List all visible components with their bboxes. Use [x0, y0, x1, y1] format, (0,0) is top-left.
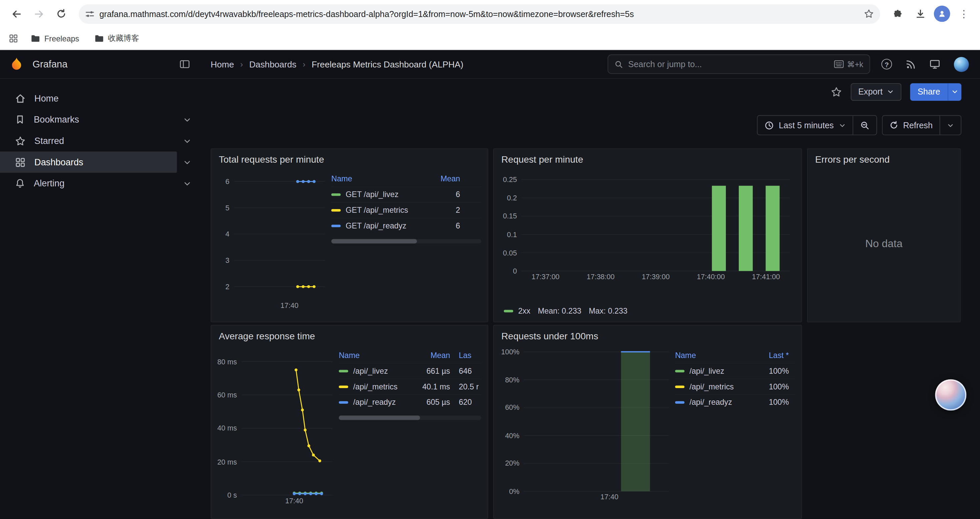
back-button[interactable]	[6, 4, 26, 24]
legend-header-name[interactable]: Name	[331, 175, 433, 184]
refresh-interval-chevron[interactable]	[940, 116, 961, 134]
sidebar-nav: Home Bookmarks	[0, 79, 199, 519]
legend-row: /api/_metrics 40.1 ms 20.5 r	[339, 379, 481, 394]
series-name[interactable]: 2xx	[519, 307, 530, 315]
legend-row: /api/_readyz 605 µs 620	[339, 394, 481, 410]
series-color-dash	[675, 370, 684, 372]
export-button[interactable]: Export	[851, 83, 901, 101]
scrollbar-thumb[interactable]	[331, 239, 417, 243]
series-name[interactable]: GET /api/_readyz	[345, 222, 432, 230]
legend-row: /api/_livez 661 µs 646	[339, 363, 481, 379]
sidebar-item-starred[interactable]: Starred	[0, 130, 199, 152]
refresh-button[interactable]: Refresh	[883, 116, 940, 134]
series-name[interactable]: /api/_readyz	[689, 398, 757, 407]
series-name[interactable]: GET /api/_metrics	[345, 206, 432, 215]
legend-header-mean[interactable]: Mean	[438, 175, 481, 184]
legend-header-last[interactable]: Las	[459, 351, 481, 360]
dashboard-actions: Export Share	[199, 79, 980, 105]
legend-header-last[interactable]: Last *	[762, 351, 795, 360]
reload-button[interactable]	[51, 4, 72, 24]
site-info-icon[interactable]	[85, 9, 94, 18]
breadcrumb-dashboards[interactable]: Dashboards	[249, 59, 296, 69]
url-text: grafana.mathmast.com/d/deytv4rwavabkb/fr…	[99, 9, 859, 18]
panel-errors-per-second: Errors per second No data	[807, 148, 961, 322]
series-name[interactable]: /api/_metrics	[353, 382, 406, 391]
grafana-logo-icon[interactable]	[9, 56, 24, 72]
search-shortcut: ⌘+k	[834, 59, 863, 69]
header-left: Grafana	[0, 56, 199, 72]
series-mean-value: 6	[438, 190, 481, 199]
chevron-down-icon[interactable]	[183, 137, 191, 145]
sidebar-item-home[interactable]: Home	[0, 88, 199, 109]
keyboard-icon	[834, 60, 844, 68]
chevron-down-icon[interactable]	[183, 158, 191, 166]
chevron-down-icon	[947, 122, 954, 129]
browser-menu-icon[interactable]: ⋮	[954, 4, 974, 24]
extensions-icon[interactable]	[888, 4, 908, 24]
grafana-body: Home Bookmarks	[0, 79, 980, 519]
legend-table: Name Mean GET /api/_livez 6	[331, 168, 481, 316]
legend-header-name[interactable]: Name	[675, 351, 757, 360]
time-range-picker[interactable]: Last 5 minutes	[757, 116, 852, 134]
sidebar-item-dashboards[interactable]: Dashboards	[0, 152, 199, 173]
legend-table: Name Mean Las /api/_livez 661 µs 646	[339, 345, 481, 513]
browser-toolbar: grafana.mathmast.com/d/deytv4rwavabkb/fr…	[0, 0, 980, 27]
series-mean-value: 661 µs	[411, 367, 450, 375]
legend-row: /api/_metrics 100%	[675, 379, 795, 394]
series-max-value: Max: 0.233	[589, 307, 627, 315]
user-avatar[interactable]	[954, 57, 969, 72]
favorite-star-icon[interactable]	[830, 86, 842, 97]
chevron-down-icon[interactable]	[183, 179, 191, 187]
x-axis-labels: 17:40	[234, 300, 325, 310]
legend-scrollbar[interactable]	[331, 239, 481, 243]
sidebar-item-bookmarks[interactable]: Bookmarks	[0, 109, 199, 130]
total-requests-chart: 65432 17:40	[218, 168, 325, 316]
panel-title[interactable]: Requests under 100ms	[494, 325, 801, 342]
series-name[interactable]: /api/_livez	[689, 367, 757, 375]
folder-icon	[31, 34, 40, 43]
panel-title[interactable]: Errors per second	[808, 149, 960, 166]
sidebar-item-alerting[interactable]: Alerting	[0, 172, 199, 194]
panel-title[interactable]: Average response time	[211, 325, 487, 342]
monitor-icon[interactable]	[930, 59, 940, 69]
series-last-value: 100%	[762, 382, 795, 391]
url-bar[interactable]: grafana.mathmast.com/d/deytv4rwavabkb/fr…	[79, 4, 880, 23]
bookmark-star-icon[interactable]	[864, 9, 874, 19]
share-button[interactable]: Share	[910, 83, 961, 101]
panel-title[interactable]: Total requests per minute	[211, 149, 487, 166]
download-icon[interactable]	[910, 4, 930, 24]
sidebar-toggle-icon[interactable]	[180, 59, 190, 69]
panel-title[interactable]: Request per minute	[494, 149, 801, 166]
series-color-dash	[504, 310, 513, 312]
share-menu-chevron[interactable]	[948, 83, 961, 101]
series-last-value: 100%	[762, 367, 795, 375]
chevron-down-icon[interactable]	[183, 115, 191, 124]
series-name[interactable]: /api/_livez	[353, 367, 406, 375]
rss-icon[interactable]	[905, 59, 916, 69]
help-icon[interactable]: ?	[881, 59, 892, 69]
legend-header-mean[interactable]: Mean	[411, 351, 450, 360]
breadcrumb-home[interactable]: Home	[211, 59, 234, 69]
request-per-minute-chart: 0.250.20.150.10.050 17:37:0017:38:0017:3…	[500, 176, 795, 281]
legend-row: /api/_livez 100%	[675, 363, 795, 379]
scrollbar-thumb[interactable]	[339, 415, 420, 420]
chrome-apps-icon[interactable]	[9, 34, 18, 43]
sidebar-item-label: Alerting	[34, 178, 64, 188]
search-input[interactable]: Search or jump to... ⌘+k	[608, 54, 870, 74]
series-name[interactable]: /api/_metrics	[689, 382, 757, 391]
legend-scrollbar[interactable]	[339, 415, 481, 420]
bookmark-item[interactable]: 收藏博客	[89, 31, 144, 46]
legend-header-name[interactable]: Name	[339, 351, 406, 360]
floating-avatar-button[interactable]	[935, 379, 967, 411]
bookmarks-bar: Freeleaps 收藏博客	[0, 27, 980, 50]
legend-row: GET /api/_metrics 2	[331, 202, 481, 218]
series-name[interactable]: /api/_readyz	[353, 398, 406, 407]
series-name[interactable]: GET /api/_livez	[345, 190, 432, 199]
browser-profile-avatar[interactable]	[934, 6, 950, 22]
search-icon	[614, 60, 623, 69]
bookmark-item[interactable]: Freeleaps	[26, 31, 84, 46]
legend-table: Name Last * /api/_livez 100%	[675, 345, 795, 513]
zoom-out-button[interactable]	[853, 116, 876, 134]
forward-button[interactable]	[29, 4, 49, 24]
series-last-value: 100%	[762, 398, 795, 407]
